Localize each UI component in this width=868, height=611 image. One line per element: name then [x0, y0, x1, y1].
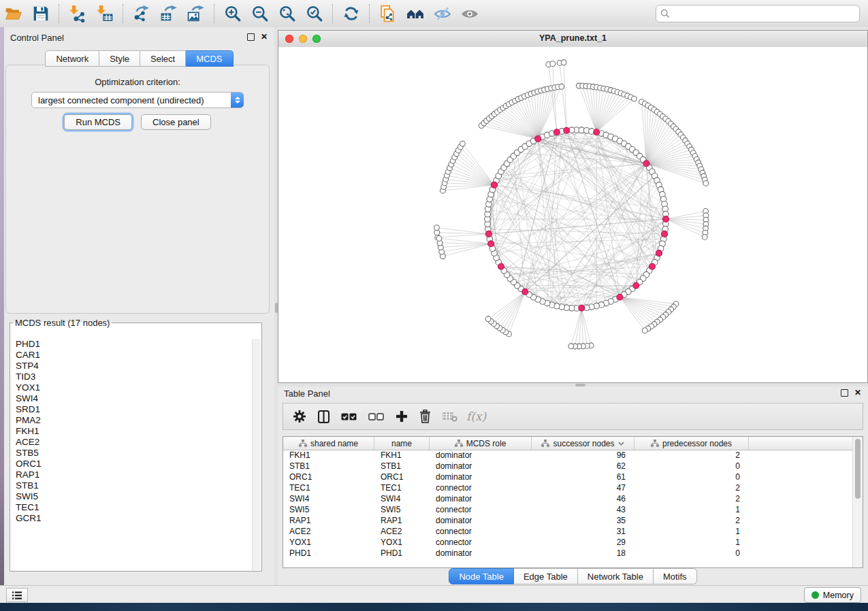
close-panel-button[interactable]: Close panel	[141, 114, 211, 130]
graph-node[interactable]	[485, 316, 491, 322]
table-cell[interactable]: FKH1	[374, 450, 430, 461]
select-all-checkboxes-button[interactable]	[341, 413, 357, 420]
graph-node[interactable]	[703, 181, 709, 186]
unselect-all-checkboxes-button[interactable]	[368, 413, 384, 420]
import-table-button[interactable]	[91, 3, 118, 24]
mcds-result-item[interactable]: ACE2	[11, 437, 253, 448]
mcds-result-item[interactable]: YOX1	[11, 382, 253, 393]
table-row[interactable]: ORC1ORC1dominator610	[283, 472, 853, 482]
mcds-result-scrollbar[interactable]	[252, 339, 261, 570]
table-row[interactable]: ACE2ACE2connector311	[283, 526, 853, 537]
delete-column-button[interactable]	[419, 410, 431, 423]
table-cell[interactable]: 35	[532, 515, 634, 526]
splitter-grip[interactable]	[275, 303, 278, 313]
mcds-result-item[interactable]: SRD1	[11, 404, 253, 415]
table-cell[interactable]: 43	[532, 504, 634, 515]
graph-node[interactable]	[568, 344, 574, 349]
close-panel-icon[interactable]: ✕	[854, 389, 861, 397]
table-cell[interactable]: SWI4	[374, 493, 430, 504]
function-builder-button[interactable]: f(x)	[466, 410, 486, 423]
graph-mcds-node[interactable]	[663, 216, 669, 222]
column-header-MCDS-role[interactable]: MCDS role	[430, 437, 532, 450]
export-image-button[interactable]	[182, 3, 210, 24]
zoom-in-button[interactable]	[219, 3, 246, 24]
table-row[interactable]: TEC1TEC1connector472	[283, 482, 853, 493]
mcds-result-item[interactable]: STP4	[11, 361, 253, 371]
memory-button[interactable]: Memory	[804, 587, 861, 603]
save-session-button[interactable]	[27, 3, 54, 24]
mcds-result-item[interactable]: SWI4	[11, 393, 253, 404]
column-header-shared-name[interactable]: shared name	[283, 437, 374, 450]
graph-mcds-node[interactable]	[579, 305, 585, 311]
mcds-result-item[interactable]: SWI5	[11, 491, 253, 502]
table-cell[interactable]: 46	[532, 493, 634, 504]
network-canvas[interactable]	[278, 47, 867, 382]
mcds-result-item[interactable]: PMA2	[11, 415, 253, 426]
table-cell[interactable]: dominator	[430, 515, 532, 526]
graph-node[interactable]	[702, 235, 707, 240]
table-row[interactable]: YOX1YOX1connector291	[283, 537, 853, 548]
mcds-result-item[interactable]: RAP1	[11, 469, 253, 480]
table-row[interactable]: SWI4SWI4dominator462	[283, 493, 853, 504]
graph-node[interactable]	[460, 141, 466, 146]
table-row[interactable]: FKH1FKH1dominator962	[283, 450, 853, 461]
graph-node[interactable]	[632, 96, 637, 101]
graph-mcds-node[interactable]	[649, 263, 655, 269]
search-input[interactable]	[673, 8, 855, 20]
splitter-grip[interactable]	[575, 384, 585, 386]
graph-mcds-node[interactable]	[535, 136, 541, 142]
mcds-result-item[interactable]: TID3	[11, 371, 253, 382]
table-row[interactable]: STB1STB1dominator620	[283, 461, 853, 472]
tab-motifs[interactable]: Motifs	[654, 568, 697, 584]
mcds-result-item[interactable]: STB5	[11, 448, 253, 459]
table-cell[interactable]: 1	[634, 537, 749, 548]
show-columns-button[interactable]	[318, 410, 329, 423]
graph-mcds-node[interactable]	[643, 161, 649, 167]
destroy-table-button[interactable]	[443, 412, 457, 422]
table-row[interactable]: SWI5SWI5connector431	[283, 504, 853, 515]
first-neighbors-button[interactable]	[402, 3, 429, 24]
float-panel-icon[interactable]	[841, 389, 848, 397]
table-cell[interactable]: SWI5	[374, 504, 430, 515]
table-cell[interactable]: FKH1	[283, 450, 374, 461]
graph-mcds-node[interactable]	[485, 231, 492, 237]
table-cell[interactable]: ACE2	[374, 526, 430, 537]
graph-node[interactable]	[559, 84, 564, 89]
mcds-result-item[interactable]: FKH1	[11, 426, 253, 437]
table-cell[interactable]: SWI5	[283, 504, 374, 515]
close-panel-icon[interactable]: ✕	[261, 33, 268, 41]
export-network-button[interactable]	[128, 3, 155, 24]
graph-node[interactable]	[434, 225, 440, 231]
column-header-predecessor-nodes[interactable]: predecessor nodes	[634, 437, 749, 450]
graph-mcds-node[interactable]	[492, 182, 498, 188]
tab-mcds[interactable]: MCDS	[186, 50, 233, 67]
column-header-successor-nodes[interactable]: successor nodes	[532, 437, 634, 450]
tab-select[interactable]: Select	[140, 50, 186, 67]
graph-mcds-node[interactable]	[522, 288, 528, 295]
graph-mcds-node[interactable]	[498, 263, 504, 269]
table-cell[interactable]: 0	[634, 461, 749, 472]
table-cell[interactable]: 96	[532, 450, 634, 461]
tab-network[interactable]: Network	[45, 50, 99, 67]
table-cell[interactable]: ORC1	[283, 472, 374, 482]
table-cell[interactable]: 2	[634, 515, 749, 526]
table-cell[interactable]: YOX1	[374, 537, 430, 548]
graph-node[interactable]	[436, 236, 442, 242]
mcds-result-item[interactable]: PHD1	[11, 339, 253, 350]
table-scrollbar[interactable]	[852, 437, 863, 567]
table-cell[interactable]: STB1	[374, 461, 430, 472]
table-cell[interactable]: ACE2	[283, 526, 374, 537]
table-cell[interactable]: 29	[532, 537, 634, 548]
graph-mcds-node[interactable]	[564, 127, 570, 133]
graph-mcds-node[interactable]	[594, 129, 600, 135]
import-network-button[interactable]	[64, 3, 91, 24]
add-column-button[interactable]	[396, 410, 408, 423]
tab-style[interactable]: Style	[99, 50, 140, 67]
graph-mcds-node[interactable]	[617, 294, 623, 300]
table-cell[interactable]: 47	[532, 482, 634, 493]
table-cell[interactable]: dominator	[430, 472, 532, 482]
graph-mcds-node[interactable]	[633, 282, 639, 288]
table-cell[interactable]: ORC1	[374, 472, 430, 482]
clone-network-button[interactable]	[374, 3, 402, 24]
graph-mcds-node[interactable]	[662, 231, 668, 237]
